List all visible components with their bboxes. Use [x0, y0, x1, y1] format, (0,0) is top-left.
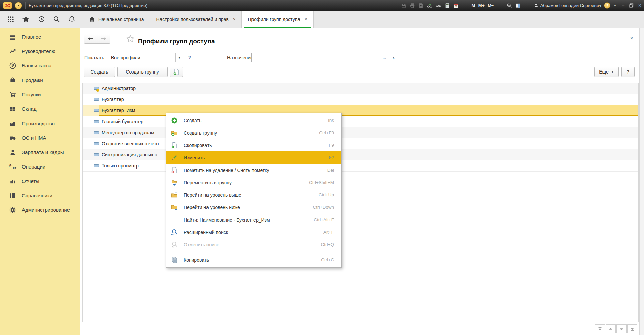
split-window-button[interactable]	[515, 3, 521, 8]
sidebar-item-производство[interactable]: Производство	[0, 116, 80, 131]
tab-access-group-profiles[interactable]: Профили групп доступа×	[242, 11, 313, 28]
more-button[interactable]: Еще▼	[594, 67, 619, 77]
factory-icon	[9, 120, 16, 127]
scale-m-minus-icon[interactable]: M−	[488, 3, 493, 8]
warehouse-icon	[9, 105, 16, 113]
tab-home[interactable]: Начальная страница	[83, 11, 150, 28]
sidebar-item-администрирование[interactable]: Администрирование	[0, 203, 80, 217]
pencil-icon	[171, 154, 178, 161]
create-button[interactable]: Создать	[84, 67, 115, 77]
chevron-down-icon[interactable]: ▼	[175, 53, 183, 62]
list-item[interactable]: Бухгалтер	[83, 94, 638, 105]
context-menu-item[interactable]: Перейти на уровень вышеCtrl+Up	[166, 189, 341, 201]
info-caret-icon[interactable]: ▼	[613, 4, 616, 7]
window-title: Бухгалтерия предприятия, редакция 3.0 (1…	[29, 3, 147, 8]
tab-label: Профили групп доступа	[248, 17, 300, 22]
purpose-clear-button[interactable]: x	[389, 53, 398, 62]
quick-access-strip	[0, 11, 83, 28]
folder-move-icon	[171, 179, 178, 186]
context-menu-item[interactable]: ИзменитьF2	[166, 151, 341, 164]
copy-icon	[171, 256, 178, 264]
favorite-star-icon[interactable]	[126, 35, 134, 43]
sidebar-item-label: Покупки	[22, 92, 41, 97]
go-to-link-button[interactable]	[427, 3, 432, 8]
menu-item-label: Отменить поиск	[184, 242, 219, 247]
zoom-button[interactable]	[507, 3, 512, 8]
system-menu-button[interactable]: ▼	[15, 2, 22, 9]
gear-icon	[9, 206, 16, 214]
context-menu-item[interactable]: Создать группуCtrl+F9	[166, 127, 341, 139]
sidebar-item-label: Администрирование	[22, 207, 70, 213]
sidebar-item-покупки[interactable]: Покупки	[0, 87, 80, 102]
forward-button[interactable]	[97, 34, 110, 44]
help-button[interactable]: ?	[621, 67, 635, 77]
sidebar-item-продажи[interactable]: Продажи	[0, 73, 80, 87]
sidebar-item-зарплата-и-кадры[interactable]: Зарплата и кадры	[0, 145, 80, 159]
sidebar-item-ос-и-нма[interactable]: ОС и НМА	[0, 131, 80, 145]
context-menu-item[interactable]: Пометить на удаление / Снять пометкуDel	[166, 164, 341, 176]
truck-icon	[9, 134, 16, 142]
back-button[interactable]	[84, 34, 97, 44]
context-menu-item[interactable]: СоздатьIns	[166, 114, 341, 127]
sidebar-item-склад[interactable]: Склад	[0, 102, 80, 116]
right-scrollbar-track[interactable]	[639, 28, 644, 335]
scroll-up-button[interactable]	[606, 324, 616, 333]
star-button[interactable]	[22, 16, 30, 23]
tab-close-icon[interactable]: ×	[233, 17, 236, 22]
info-button[interactable]: i	[604, 2, 610, 9]
context-menu-item[interactable]: Перейти на уровень нижеCtrl+Down	[166, 201, 341, 213]
menu-icon-placeholder	[171, 216, 178, 224]
context-menu-item[interactable]: КопироватьCtrl+C	[166, 254, 341, 266]
context-menu-item: Отменить поискCtrl+Q	[166, 238, 341, 251]
context-menu-item[interactable]: Расширенный поискAlt+F	[166, 226, 341, 238]
scale-m-plus-icon[interactable]: M+	[478, 3, 484, 8]
sidebar-item-главное[interactable]: Главное	[0, 30, 80, 44]
menu-item-shortcut: Ctrl+Q	[321, 242, 334, 247]
apps-grid-button[interactable]	[7, 16, 14, 23]
bell-button[interactable]	[68, 16, 75, 23]
current-user[interactable]: Абрамов Геннадий Сергеевич	[534, 3, 601, 8]
page-close-button[interactable]: ×	[630, 35, 633, 41]
list-item[interactable]: Администратор	[83, 83, 638, 94]
history-button[interactable]	[38, 16, 45, 23]
tab-close-icon[interactable]: ×	[305, 17, 307, 22]
profile-name: Бухгалтер_Изм	[99, 108, 135, 113]
print-button[interactable]	[410, 3, 415, 8]
context-menu: СоздатьInsСоздать группуCtrl+F9Скопирова…	[166, 113, 342, 268]
copy-item-button[interactable]	[170, 67, 183, 77]
tab-user-settings[interactable]: Настройки пользователей и прав×	[150, 11, 242, 28]
sidebar-item-отчеты[interactable]: Отчеты	[0, 174, 80, 188]
person-icon	[9, 149, 16, 156]
filter-help-icon[interactable]: ?	[188, 54, 191, 60]
purpose-input[interactable]	[252, 53, 380, 62]
create-group-button[interactable]: Создать группу	[117, 67, 168, 77]
scroll-top-button[interactable]	[595, 324, 605, 333]
print-preview-button[interactable]	[418, 3, 424, 8]
calendar-button[interactable]: 31	[453, 3, 459, 8]
show-filter-label: Показать:	[84, 55, 105, 60]
sidebar-item-банк-и-касса[interactable]: Банк и касса	[0, 58, 80, 73]
context-menu-item[interactable]: Переместить в группуCtrl+Shift+M	[166, 176, 341, 189]
save-button[interactable]	[401, 3, 406, 8]
sidebar-item-руководителю[interactable]: Руководителю	[0, 44, 80, 58]
titlebar: 1С ▼ Бухгалтерия предприятия, редакция 3…	[0, 0, 644, 11]
purpose-ellipsis-button[interactable]: ...	[380, 53, 389, 62]
show-filter-select[interactable]: Все профили ▼	[108, 53, 183, 62]
scale-m-icon[interactable]: M	[472, 3, 475, 8]
context-menu-item[interactable]: СкопироватьF9	[166, 139, 341, 151]
search-button[interactable]	[53, 16, 60, 23]
sidebar-item-операции[interactable]: ДтКтОперации	[0, 159, 80, 174]
shopping-cart-icon	[9, 91, 16, 98]
scroll-down-button[interactable]	[616, 324, 627, 333]
get-link-button[interactable]	[436, 3, 441, 8]
sidebar-item-справочники[interactable]: Справочники	[0, 188, 80, 203]
context-menu-item[interactable]: Найти: Наименование - Бухгалтер_ИзмCtrl+…	[166, 213, 341, 226]
scroll-bottom-button[interactable]	[627, 324, 637, 333]
user-icon	[534, 3, 539, 8]
doc-plus-icon	[173, 68, 180, 75]
sidebar-item-label: Справочники	[22, 193, 52, 198]
calculator-button[interactable]	[445, 3, 450, 8]
menu-item-shortcut: F9	[329, 143, 334, 148]
menu-item-shortcut: Ctrl+Up	[319, 192, 334, 197]
restore-button[interactable]	[629, 3, 634, 8]
